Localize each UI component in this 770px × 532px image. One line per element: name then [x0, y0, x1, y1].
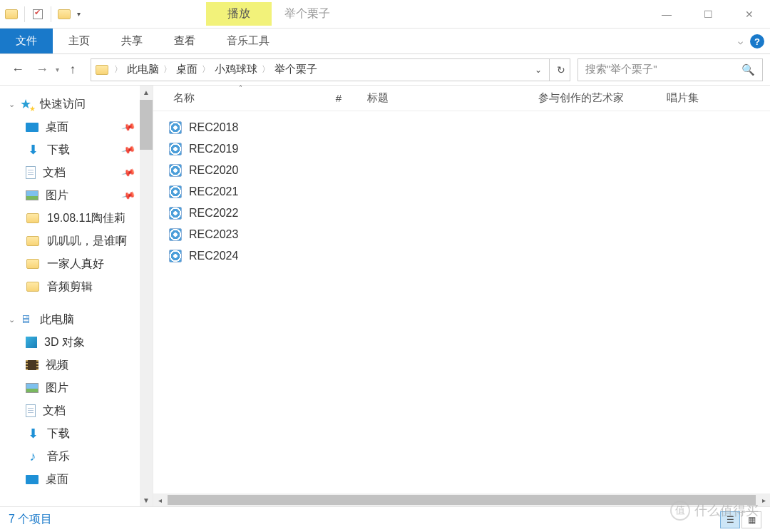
scroll-thumb[interactable] [168, 495, 756, 505]
maximize-button[interactable]: ☐ [687, 0, 729, 29]
sidebar-item-label: 下载 [47, 143, 70, 158]
pc-icon: 🖥 [19, 312, 33, 327]
sidebar-item[interactable]: 叽叽叽，是谁啊 [0, 230, 153, 252]
file-item[interactable]: REC2022 [169, 203, 770, 224]
sidebar-quick-access[interactable]: ⌄ ★ 快速访问 [0, 93, 153, 116]
sidebar-item[interactable]: 桌面 [0, 468, 153, 491]
sidebar-item[interactable]: 文档 [0, 399, 153, 422]
chevron-down-icon[interactable]: ⌄ [9, 100, 17, 109]
scroll-down-icon[interactable]: ▼ [140, 493, 153, 506]
status-bar: 7 个项目 ☰ ▦ [0, 506, 770, 532]
file-item[interactable]: REC2019 [169, 138, 770, 160]
sidebar-item-label: 文档 [43, 165, 66, 180]
file-item[interactable]: REC2020 [169, 160, 770, 181]
title-bar: ▾ 播放 举个栗子 — ☐ ✕ [0, 0, 770, 29]
quick-access-icon: ★ [19, 97, 33, 111]
window-title: 举个栗子 [284, 6, 330, 21]
scroll-up-icon[interactable]: ▲ [140, 86, 153, 98]
chevron-right-icon[interactable]: 〉 [200, 63, 212, 76]
tab-view[interactable]: 查看 [158, 29, 211, 53]
sidebar-item[interactable]: ⬇ 下载 [0, 422, 153, 445]
history-dropdown-icon[interactable]: ▾ [56, 66, 59, 73]
pin-icon: 📌 [120, 188, 135, 203]
breadcrumb-item[interactable]: 此电脑 [124, 63, 162, 76]
tab-music-tools[interactable]: 音乐工具 [211, 29, 285, 53]
sidebar-item-label: 19.08.11陶佳莉 [47, 211, 125, 226]
pic-icon [26, 190, 38, 200]
sidebar-this-pc[interactable]: ⌄ 🖥 此电脑 [0, 308, 153, 331]
sidebar-item-label: 3D 对象 [44, 335, 85, 350]
sidebar-item[interactable]: ⬇ 下载 📌 [0, 138, 153, 161]
navigation-bar: ← → ▾ ↑ 〉 此电脑 〉 桌面 〉 小鸡球球 〉 举个栗子 ⌄ ↻ 搜索"… [0, 54, 770, 86]
file-item[interactable]: REC2018 [169, 117, 770, 138]
folder-icon [26, 211, 40, 225]
refresh-icon[interactable]: ↻ [557, 64, 565, 76]
audio-file-icon [169, 250, 182, 262]
help-icon[interactable]: ? [750, 34, 764, 48]
search-input[interactable]: 搜索"举个栗子" 🔍 [578, 58, 763, 81]
sidebar-item[interactable]: 图片 [0, 377, 153, 399]
chevron-right-icon[interactable]: 〉 [162, 63, 173, 76]
sidebar-item[interactable]: 3D 对象 [0, 331, 153, 354]
properties-icon[interactable] [31, 7, 45, 21]
file-item[interactable]: REC2021 [169, 181, 770, 203]
sidebar-item[interactable]: 音频剪辑 [0, 275, 153, 298]
quick-access-toolbar: ▾ [0, 6, 85, 22]
column-title[interactable]: 标题 [360, 91, 531, 105]
sidebar-item-label: 快速访问 [40, 97, 86, 112]
file-item[interactable]: REC2024 [169, 245, 770, 267]
tab-share[interactable]: 共享 [106, 29, 158, 53]
desktop-icon [26, 123, 38, 132]
sidebar-item-label: 视频 [46, 358, 68, 373]
address-bar[interactable]: 〉 此电脑 〉 桌面 〉 小鸡球球 〉 举个栗子 ⌄ ↻ [91, 58, 570, 81]
sidebar-item[interactable]: 桌面 📌 [0, 116, 153, 138]
chevron-right-icon[interactable]: 〉 [113, 63, 124, 76]
audio-file-icon [169, 228, 182, 241]
doc-icon [26, 404, 36, 417]
column-artist[interactable]: 参与创作的艺术家 [531, 91, 659, 105]
item-count: 7 个项目 [9, 512, 52, 527]
sidebar-item[interactable]: 文档 📌 [0, 161, 153, 184]
folder-icon [26, 234, 40, 248]
down-icon: ⬇ [26, 143, 40, 157]
scroll-left-icon[interactable]: ◂ [153, 493, 166, 506]
qat-dropdown-icon[interactable]: ▾ [77, 10, 81, 18]
minimize-button[interactable]: — [646, 0, 687, 29]
file-item[interactable]: REC2023 [169, 224, 770, 245]
forward-button[interactable]: → [31, 59, 53, 81]
sidebar-scrollbar[interactable]: ▲ ▼ [140, 86, 153, 506]
address-dropdown-icon[interactable]: ⌄ [535, 65, 542, 75]
separator [24, 6, 25, 22]
sidebar-item[interactable]: 19.08.11陶佳莉 [0, 207, 153, 230]
tab-file[interactable]: 文件 [0, 29, 53, 53]
sidebar-item[interactable]: 一家人真好 [0, 252, 153, 275]
sidebar-item[interactable]: 视频 [0, 354, 153, 377]
music-icon: ♪ [26, 449, 40, 464]
back-button[interactable]: ← [7, 59, 29, 81]
sidebar-item[interactable]: ♪ 音乐 [0, 445, 153, 468]
column-number[interactable]: # [317, 92, 360, 104]
separator [51, 6, 51, 22]
watermark-text: 什么值得买 [694, 502, 759, 519]
breadcrumb-item[interactable]: 小鸡球球 [212, 63, 260, 76]
close-button[interactable]: ✕ [729, 0, 770, 29]
tab-home[interactable]: 主页 [53, 29, 106, 53]
chevron-down-icon[interactable]: ⌄ [9, 315, 17, 324]
sidebar-item-label: 桌面 [46, 472, 68, 487]
search-icon[interactable]: 🔍 [741, 63, 755, 76]
column-album[interactable]: 唱片集 [659, 91, 717, 105]
sidebar-item[interactable]: 图片 📌 [0, 184, 153, 207]
scroll-right-icon[interactable]: ▸ [757, 493, 770, 506]
up-button[interactable]: ↑ [62, 59, 83, 81]
scroll-thumb[interactable] [140, 100, 153, 150]
desktop-icon [26, 475, 38, 484]
collapse-ribbon-icon[interactable]: ⌵ [738, 36, 743, 46]
sidebar-item-label: 图片 [46, 381, 68, 396]
audio-file-icon [169, 185, 182, 198]
folder-icon [96, 65, 108, 75]
folder-icon[interactable] [57, 7, 71, 21]
breadcrumb-item[interactable]: 桌面 [173, 63, 200, 76]
breadcrumb-item[interactable]: 举个栗子 [272, 63, 320, 76]
chevron-right-icon[interactable]: 〉 [260, 63, 272, 76]
column-name[interactable]: 名称 [153, 91, 317, 105]
